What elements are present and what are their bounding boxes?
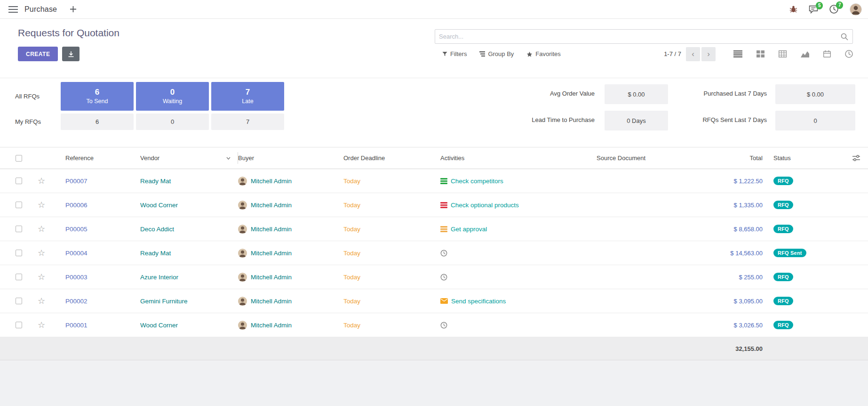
table-row[interactable]: ☆ P00005 Deco Addict Mitchell Admin Toda… [0,217,868,241]
buyer-link[interactable]: Mitchell Admin [251,322,292,329]
search-input[interactable] [435,33,841,40]
buyer-link[interactable]: Mitchell Admin [251,298,292,305]
activity-icon[interactable] [440,202,447,208]
table-row[interactable]: ☆ P00007 Ready Mat Mitchell Admin Today … [0,169,868,193]
card-to-send[interactable]: 6 To Send [61,82,134,111]
buyer-link[interactable]: Mitchell Admin [251,178,292,185]
card-waiting[interactable]: 0 Waiting [136,82,209,111]
all-rfqs-label[interactable]: All RFQs [15,93,40,100]
search-icon[interactable] [841,33,852,41]
user-avatar[interactable] [850,3,862,16]
activity-cell[interactable] [440,241,597,265]
buyer-link[interactable]: Mitchell Admin [251,226,292,233]
vendor-link[interactable]: Ready Mat [140,178,171,185]
activity-cell[interactable]: Get approval [440,217,597,241]
activity-icon[interactable] [440,274,447,281]
vendor-link[interactable]: Wood Corner [140,202,178,209]
favorite-star-icon[interactable]: ☆ [38,201,45,209]
table-row[interactable]: ☆ P00006 Wood Corner Mitchell Admin Toda… [0,193,868,217]
buyer-link[interactable]: Mitchell Admin [251,250,292,257]
reference-link[interactable]: P00005 [65,226,88,233]
row-checkbox[interactable] [16,178,22,184]
buyer-link[interactable]: Mitchell Admin [251,202,292,209]
create-button[interactable]: CREATE [18,47,58,61]
row-checkbox[interactable] [16,250,22,256]
activity-icon[interactable] [440,178,447,184]
activity-label[interactable]: Send specifications [451,298,506,305]
buyer-link[interactable]: Mitchell Admin [251,274,292,281]
my-to-send-count[interactable]: 6 [61,114,134,130]
activity-label[interactable]: Get approval [451,226,487,233]
group-by-button[interactable]: Group By [479,50,514,57]
table-row[interactable]: ☆ P00004 Ready Mat Mitchell Admin Today … [0,241,868,265]
card-late[interactable]: 7 Late [211,82,284,111]
header-buyer[interactable]: Buyer [238,147,343,169]
activity-cell[interactable]: Check competitors [440,169,597,193]
row-checkbox[interactable] [16,322,22,328]
row-checkbox[interactable] [16,226,22,232]
activity-cell[interactable]: Check optional products [440,193,597,217]
activity-label[interactable]: Check optional products [451,202,519,209]
calendar-view-icon[interactable] [823,50,831,57]
adjust-columns-icon[interactable] [852,155,860,161]
activity-icon[interactable] [440,298,448,304]
search-bar[interactable] [435,29,853,44]
vendor-link[interactable]: Deco Addict [140,226,174,233]
activity-cell[interactable] [440,265,597,289]
header-order-deadline[interactable]: Order Deadline [343,147,440,169]
header-source-document[interactable]: Source Document [597,147,685,169]
app-title[interactable]: Purchase [24,5,57,14]
header-vendor[interactable]: Vendor [140,147,238,169]
header-total[interactable]: Total [685,147,767,169]
graph-view-icon[interactable] [801,51,809,57]
messages-icon[interactable]: 5 [809,5,818,14]
activity-label[interactable]: Check competitors [451,178,503,185]
favorite-star-icon[interactable]: ☆ [38,249,45,257]
list-view-icon[interactable] [733,50,742,57]
table-row[interactable]: ☆ P00001 Wood Corner Mitchell Admin Toda… [0,313,868,337]
filters-button[interactable]: Filters [442,50,467,57]
pager-next-button[interactable]: › [701,47,716,61]
my-late-count[interactable]: 7 [211,114,284,130]
vendor-link[interactable]: Azure Interior [140,274,178,281]
kanban-view-icon[interactable] [757,50,764,57]
favorite-star-icon[interactable]: ☆ [38,225,45,233]
header-activities[interactable]: Activities [440,147,597,169]
favorite-star-icon[interactable]: ☆ [38,273,45,281]
row-checkbox[interactable] [16,274,22,280]
favorite-star-icon[interactable]: ☆ [38,321,45,329]
reference-link[interactable]: P00007 [65,178,88,185]
activity-cell[interactable] [440,313,597,337]
reference-link[interactable]: P00004 [65,250,88,257]
table-row[interactable]: ☆ P00003 Azure Interior Mitchell Admin T… [0,265,868,289]
my-waiting-count[interactable]: 0 [136,114,209,130]
activities-clock-icon[interactable]: 7 [829,5,838,14]
activity-icon[interactable] [440,250,447,257]
select-all-checkbox[interactable] [16,155,22,162]
activity-cell[interactable]: Send specifications [440,289,597,313]
activity-icon[interactable] [440,322,447,329]
reference-link[interactable]: P00002 [65,298,88,305]
reference-link[interactable]: P00003 [65,274,88,281]
menu-icon[interactable] [8,6,18,13]
vendor-link[interactable]: Wood Corner [140,322,178,329]
header-reference[interactable]: Reference [53,147,140,169]
reference-link[interactable]: P00001 [65,322,88,329]
favorite-star-icon[interactable]: ☆ [38,297,45,305]
row-checkbox[interactable] [16,202,22,208]
download-button[interactable] [62,47,80,61]
bug-icon[interactable] [789,5,797,13]
header-status[interactable]: Status [767,147,844,169]
pager-previous-button[interactable]: ‹ [686,47,700,61]
vendor-link[interactable]: Ready Mat [140,250,171,257]
my-rfqs-label[interactable]: My RFQs [15,118,41,125]
activity-view-icon[interactable] [845,50,853,58]
vendor-link[interactable]: Gemini Furniture [140,298,188,305]
plus-icon[interactable] [70,6,76,12]
pivot-view-icon[interactable] [779,50,787,57]
table-row[interactable]: ☆ P00002 Gemini Furniture Mitchell Admin… [0,289,868,313]
row-checkbox[interactable] [16,298,22,304]
favorites-button[interactable]: Favorites [526,50,560,57]
favorite-star-icon[interactable]: ☆ [38,177,45,185]
reference-link[interactable]: P00006 [65,202,88,209]
